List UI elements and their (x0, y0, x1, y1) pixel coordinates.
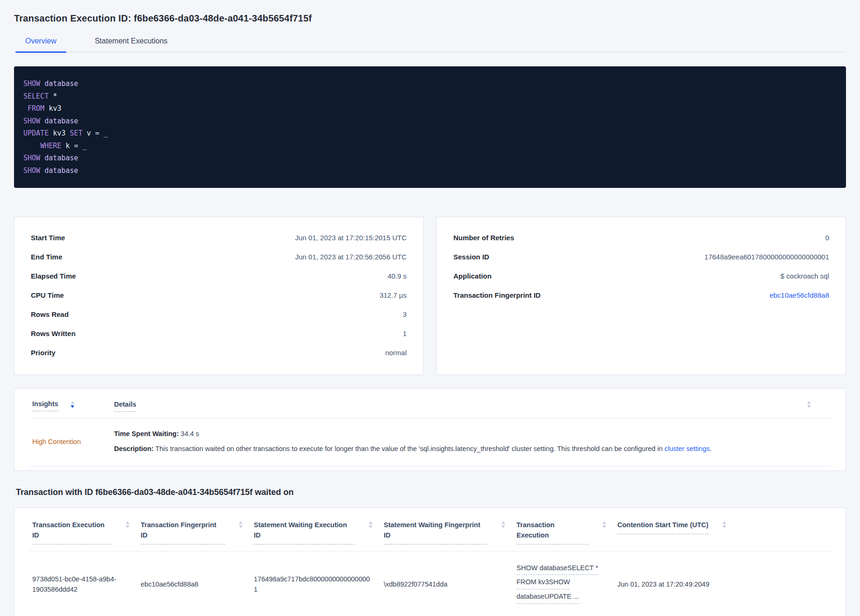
kv-row-priority: Priority normal (29, 343, 409, 362)
kv-label: CPU Time (31, 291, 64, 299)
sort-descending-icon (807, 405, 811, 408)
waited-on-heading: Transaction with ID f6be6366-da03-48de-a… (16, 487, 846, 497)
sql-statements-box: SHOW databaseSELECT * FROM kv3SHOW datab… (14, 66, 846, 188)
kv-label: Session ID (453, 253, 489, 261)
sort-descending-icon (723, 525, 726, 528)
column-header-transaction-fingerprint-id[interactable]: Transaction Fingerprint ID (141, 520, 254, 544)
column-header-statement-waiting-fingerprint-id[interactable]: Statement Waiting Fingerprint ID (384, 520, 516, 544)
column-header-details-label[interactable]: Details (114, 401, 136, 412)
waited-on-table-card: Transaction Execution ID Transaction Fin… (14, 508, 846, 616)
kv-value: 312.7 µs (380, 291, 407, 299)
sort-icon[interactable] (71, 400, 74, 408)
insight-row: High Contention Time Spent Waiting: 34.4… (29, 419, 831, 466)
cell-transaction-execution-id: 9738d051-bc0e-4158-a9b4-1903586ddd42 (32, 574, 141, 595)
column-header-insights[interactable]: Insights (32, 400, 114, 411)
sort-icon[interactable] (126, 520, 129, 528)
transaction-fingerprint-id-link[interactable]: ebc10ae56cfd88a8 (769, 291, 829, 299)
tab-bar: Overview Statement Executions (14, 37, 846, 52)
time-spent-waiting-label: Time Spent Waiting: (114, 430, 179, 437)
insights-table-header: Insights Details (29, 400, 831, 419)
kv-label: Transaction Fingerprint ID (453, 291, 541, 299)
transaction-execution-statement[interactable]: SHOW databaseSELECT * (516, 563, 598, 575)
kv-value: 3 (403, 310, 407, 318)
sql-line: SELECT * (23, 90, 837, 103)
sql-line: FROM kv3 (23, 102, 837, 115)
column-header-transaction-execution[interactable]: Transaction Execution (516, 520, 617, 544)
transaction-execution-statement[interactable]: FROM kv3SHOW (516, 577, 570, 589)
column-header-contention-start-time[interactable]: Contention Start Time (UTC) (617, 520, 828, 534)
cell-statement-waiting-fingerprint-id: \xdb8922f077541dda (384, 580, 516, 590)
kv-value: 40.9 s (387, 272, 407, 280)
sort-ascending-icon (369, 521, 373, 524)
kv-value: 1 (403, 329, 407, 337)
insight-details: Time Spent Waiting: 34.4 s Description: … (114, 429, 828, 454)
column-header-insights-label[interactable]: Insights (32, 400, 58, 411)
kv-row-transaction-fingerprint-id: Transaction Fingerprint ID ebc10ae56cfd8… (451, 286, 831, 305)
sort-ascending-icon (71, 401, 74, 404)
cell-statement-waiting-execution-id: 176498a9c717bdc80000000000000001 (254, 574, 384, 595)
sql-line: SHOW database (23, 152, 837, 165)
kv-row-end-time: End Time Jun 01, 2023 at 17:20:56:2056 U… (29, 247, 409, 266)
kv-row-rows-written: Rows Written 1 (29, 324, 409, 343)
page-title: Transaction Execution ID: f6be6366-da03-… (14, 13, 846, 24)
sort-descending-icon (126, 525, 129, 528)
sort-icon[interactable] (369, 520, 373, 528)
sql-line: UPDATE kv3 SET v = _ (23, 127, 837, 140)
summary-cards-row: Start Time Jun 01, 2023 at 17:20:15:2015… (14, 217, 846, 375)
insight-type: High Contention (32, 438, 114, 445)
kv-label: Number of Retries (453, 234, 514, 242)
tab-statement-executions-label: Statement Executions (95, 37, 168, 45)
cluster-settings-link[interactable]: cluster settings (665, 445, 710, 452)
sort-icon[interactable] (502, 520, 505, 528)
sort-ascending-icon (126, 521, 129, 524)
kv-label: Rows Read (31, 310, 69, 318)
kv-label: Elapsed Time (31, 272, 76, 280)
kv-row-cpu-time: CPU Time 312.7 µs (29, 286, 409, 305)
kv-label: Priority (31, 349, 56, 357)
sort-icon[interactable] (723, 520, 726, 528)
sort-descending-icon (502, 525, 505, 528)
kv-row-number-of-retries: Number of Retries 0 (451, 228, 831, 247)
sql-line: SHOW database (23, 165, 837, 177)
tab-statement-executions[interactable]: Statement Executions (85, 37, 178, 52)
kv-value: 17648a9eea6017800000000000000001 (704, 253, 829, 261)
kv-value: Jun 01, 2023 at 17:20:56:2056 UTC (295, 253, 407, 261)
kv-row-session-id: Session ID 17648a9eea6017800000000000000… (451, 247, 831, 266)
sort-ascending-icon (239, 521, 243, 524)
kv-label: Start Time (31, 234, 65, 242)
sort-descending-icon (71, 405, 74, 408)
sort-icon[interactable] (239, 520, 243, 528)
time-spent-waiting: Time Spent Waiting: 34.4 s (114, 429, 823, 439)
sort-ascending-icon (602, 521, 606, 524)
kv-value: normal (385, 349, 407, 357)
kv-row-application: Application $ cockroach sql (451, 266, 831, 286)
transaction-execution-statement[interactable]: databaseUPDATE ... (516, 592, 579, 604)
insights-table-card: Insights Details High Contention Time Sp… (14, 388, 846, 471)
sql-line: SHOW database (23, 115, 837, 128)
sql-line: SHOW database (23, 78, 837, 90)
column-header-transaction-execution-id[interactable]: Transaction Execution ID (32, 520, 141, 544)
column-header-details[interactable]: Details (114, 400, 136, 412)
kv-value: $ cockroach sql (781, 272, 829, 280)
kv-row-rows-read: Rows Read 3 (29, 305, 409, 324)
kv-value: 0 (825, 234, 829, 242)
sort-ascending-icon (502, 521, 505, 524)
transaction-details-page: Transaction Execution ID: f6be6366-da03-… (0, 0, 860, 616)
tab-overview[interactable]: Overview (15, 37, 66, 52)
kv-label: Rows Written (31, 329, 76, 337)
timing-summary-card: Start Time Jun 01, 2023 at 17:20:15:2015… (14, 217, 423, 375)
kv-row-start-time: Start Time Jun 01, 2023 at 17:20:15:2015… (29, 228, 409, 247)
insight-description: Description: This transaction waited on … (114, 444, 823, 454)
kv-value: Jun 01, 2023 at 17:20:15:2015 UTC (295, 234, 407, 242)
kv-label: End Time (31, 253, 62, 261)
sort-icon[interactable] (807, 400, 811, 408)
sort-ascending-icon (807, 401, 811, 404)
sort-descending-icon (602, 525, 606, 528)
sort-icon[interactable] (602, 520, 606, 528)
cell-transaction-execution: SHOW databaseSELECT * FROM kv3SHOW datab… (516, 563, 617, 606)
kv-label: Application (453, 272, 492, 280)
column-header-statement-waiting-execution-id[interactable]: Statement Waiting Execution ID (254, 520, 384, 544)
cell-transaction-fingerprint-id: ebc10ae56cfd88a8 (141, 580, 254, 590)
session-summary-card: Number of Retries 0 Session ID 17648a9ee… (437, 217, 846, 375)
cell-contention-start-time: Jun 01, 2023 at 17:20:49:2049 (617, 580, 828, 590)
